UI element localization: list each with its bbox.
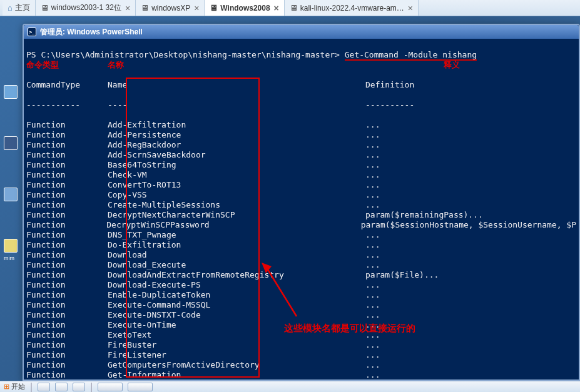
table-row: FunctionExecute-DNSTXT-Code... bbox=[26, 310, 576, 320]
tab-label: Windows2008 bbox=[220, 4, 270, 13]
cell-name: Create-MultipleSessions bbox=[108, 200, 365, 210]
tab-label: 主页 bbox=[15, 3, 30, 13]
cell-type: Function bbox=[26, 330, 108, 340]
window-title: 管理员: Windows PowerShell bbox=[40, 27, 143, 38]
cell-definition: ... bbox=[365, 280, 576, 290]
cell-type: Function bbox=[26, 180, 108, 190]
cell-definition: ... bbox=[365, 250, 576, 260]
cell-name: Add-ScrnSaveBackdoor bbox=[108, 150, 365, 160]
powershell-icon: >_ bbox=[28, 28, 36, 36]
cell-definition: ... bbox=[365, 180, 576, 190]
annotation-center-text: 这些模块名都是可以直接运行的 bbox=[284, 323, 415, 334]
close-icon[interactable]: × bbox=[408, 3, 413, 13]
cell-definition: ... bbox=[365, 350, 576, 360]
table-row: FunctionBase64ToString... bbox=[26, 160, 576, 170]
taskbar-button[interactable] bbox=[38, 383, 50, 391]
desktop-icon[interactable] bbox=[4, 136, 18, 150]
desktop-icon[interactable] bbox=[4, 239, 18, 253]
close-icon[interactable]: × bbox=[125, 3, 130, 13]
table-row: FunctionEnable-DuplicateToken... bbox=[26, 290, 576, 300]
cell-type: Function bbox=[26, 150, 108, 160]
command-list: FunctionAdd-Exfiltration...FunctionAdd-P… bbox=[26, 120, 576, 379]
table-row: FunctionAdd-Persistence... bbox=[26, 130, 576, 140]
cell-type: Function bbox=[26, 350, 108, 360]
cell-name: DecryptNextCharacterWinSCP bbox=[108, 210, 365, 220]
tab-kali-linux-2022-4-vmware-am-[interactable]: 🖥kali-linux-2022.4-vmware-am…× bbox=[285, 0, 419, 16]
annotation-definition: 释义 bbox=[444, 60, 460, 69]
taskbar[interactable]: ⊞ 开始 | | bbox=[0, 381, 580, 392]
taskbar-button[interactable] bbox=[73, 383, 85, 391]
cell-definition: ... bbox=[365, 230, 576, 240]
desktop-icon-label: mim bbox=[4, 255, 20, 261]
desktop: mim >_ 管理员: Windows PowerShell PS C:\Use… bbox=[0, 16, 580, 392]
desktop-icon[interactable] bbox=[4, 188, 18, 201]
close-icon[interactable]: × bbox=[274, 3, 279, 13]
cell-type: Function bbox=[26, 130, 108, 140]
close-icon[interactable]: × bbox=[194, 3, 199, 13]
taskbar-app[interactable] bbox=[128, 383, 153, 391]
cell-type: Function bbox=[26, 280, 108, 290]
table-row: FunctionDownload-Execute-PS... bbox=[26, 280, 576, 290]
table-row: FunctionFireListener... bbox=[26, 350, 576, 360]
cell-type: Function bbox=[26, 240, 108, 250]
cell-name: GetComputersFromActiveDirectory bbox=[108, 360, 365, 370]
tab-label: windowsXP bbox=[151, 4, 190, 13]
tab-windows2008[interactable]: 🖥Windows2008× bbox=[205, 0, 284, 16]
cell-name: DecryptWinSCPPassword bbox=[106, 220, 360, 230]
cell-type: Function bbox=[26, 230, 108, 240]
cell-name: DownloadAndExtractFromRemoteRegistry bbox=[108, 270, 365, 280]
cell-definition: ... bbox=[365, 240, 576, 250]
taskbar-button[interactable] bbox=[55, 383, 68, 391]
cell-name: Execute-Command-MSSQL bbox=[108, 300, 365, 310]
cell-definition: ... bbox=[365, 190, 576, 200]
vm-icon: 🖥 bbox=[141, 3, 149, 13]
cell-definition: ... bbox=[365, 160, 576, 170]
vm-icon: 🖥 bbox=[210, 3, 218, 13]
cell-type: Function bbox=[26, 170, 108, 180]
cell-name: Add-Exfiltration bbox=[108, 120, 365, 130]
cell-definition: ... bbox=[365, 260, 576, 270]
cell-type: Function bbox=[26, 140, 108, 150]
cell-definition: ... bbox=[365, 340, 576, 350]
cell-type: Function bbox=[26, 210, 108, 220]
cell-name: Execute-DNSTXT-Code bbox=[108, 310, 365, 320]
cell-definition: param($remainingPass)... bbox=[365, 210, 576, 220]
table-row: FunctionAdd-ScrnSaveBackdoor... bbox=[26, 150, 576, 160]
cell-name: Download_Execute bbox=[108, 260, 365, 270]
cell-definition: ... bbox=[365, 290, 576, 300]
cell-type: Function bbox=[26, 260, 108, 270]
tab--[interactable]: ⌂主页 bbox=[3, 0, 36, 16]
cell-definition: ... bbox=[365, 170, 576, 180]
table-row: FunctionDownload_Execute... bbox=[26, 260, 576, 270]
table-row: FunctionDownload... bbox=[26, 250, 576, 260]
header-commandtype: CommandType bbox=[26, 80, 108, 90]
cell-name: DNS_TXT_Pwnage bbox=[108, 230, 365, 240]
table-row: FunctionFireBuster... bbox=[26, 340, 576, 350]
cell-type: Function bbox=[26, 120, 108, 130]
cell-name: Do-Exfiltration bbox=[108, 240, 365, 250]
cell-name: Download-Execute-PS bbox=[108, 280, 365, 290]
tab-strip: ⌂主页🖥windows2003-1 32位×🖥windowsXP×🖥Window… bbox=[0, 0, 580, 16]
cell-definition: ... bbox=[365, 200, 576, 210]
tab-windowsxp[interactable]: 🖥windowsXP× bbox=[136, 0, 205, 16]
header-name: Name bbox=[108, 80, 365, 90]
table-row: FunctionAdd-RegBackdoor... bbox=[26, 140, 576, 150]
start-button[interactable]: ⊞ 开始 bbox=[4, 382, 25, 391]
cell-name: FireBuster bbox=[108, 340, 365, 350]
prompt: PS C:\Users\Administrator\Desktop\nishan… bbox=[26, 50, 340, 59]
cell-definition: ... bbox=[365, 130, 576, 140]
tab-windows2003-1-32-[interactable]: 🖥windows2003-1 32位× bbox=[36, 0, 136, 16]
tab-label: kali-linux-2022.4-vmware-am… bbox=[300, 4, 404, 13]
table-row: FunctionConvertTo-ROT13... bbox=[26, 180, 576, 190]
cell-type: Function bbox=[26, 190, 108, 200]
desktop-icon[interactable] bbox=[4, 85, 18, 99]
taskbar-app[interactable] bbox=[98, 383, 123, 391]
titlebar[interactable]: >_ 管理员: Windows PowerShell bbox=[24, 25, 579, 39]
annotation-command-type: 命令类型 bbox=[26, 60, 108, 70]
cell-definition: ... bbox=[365, 140, 576, 150]
cell-type: Function bbox=[26, 250, 108, 260]
cell-definition: ... bbox=[365, 150, 576, 160]
cell-name: Base64ToString bbox=[108, 160, 365, 170]
cell-definition: param($SessionHostname, $SessionUsername… bbox=[361, 220, 576, 230]
cell-type: Function bbox=[26, 200, 108, 210]
